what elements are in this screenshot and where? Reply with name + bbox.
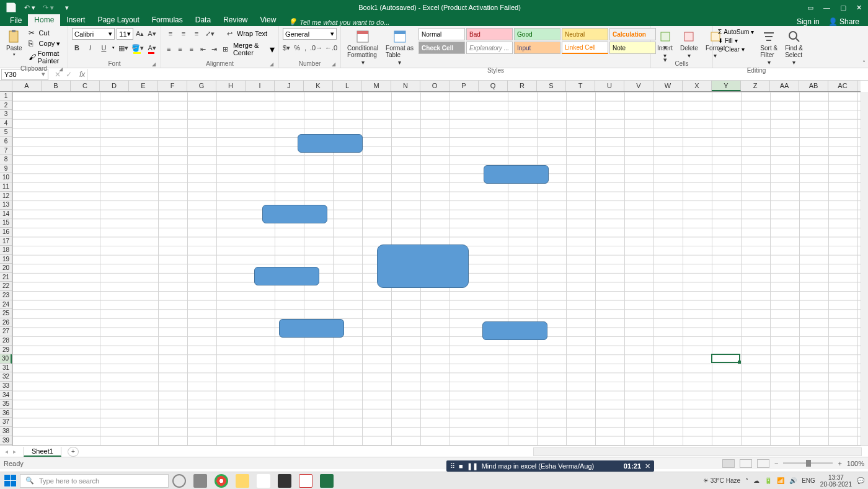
task-slack-icon[interactable]: [257, 474, 270, 488]
view-pagelayout-icon[interactable]: [740, 459, 752, 468]
col-header-AC[interactable]: AC: [828, 81, 857, 91]
tray-onedrive-icon[interactable]: ☁: [753, 477, 760, 484]
conditional-formatting-button[interactable]: Conditional Formatting▾: [345, 28, 381, 67]
rounded-rect-shape-2[interactable]: [484, 165, 549, 184]
col-header-F[interactable]: F: [158, 81, 187, 91]
style-neutral[interactable]: Neutral: [562, 28, 608, 40]
align-right-icon[interactable]: ≡: [188, 43, 195, 55]
tray-clock[interactable]: 13:3720-08-2021: [820, 474, 852, 488]
col-header-E[interactable]: E: [129, 81, 158, 91]
undo-icon[interactable]: ↶ ▾: [24, 1, 36, 14]
share-button[interactable]: 👤 Share: [828, 17, 859, 26]
screen-recorder-bar[interactable]: ⠿ ■ ❚❚ Mind map in excel (Esha Verma/Aug…: [446, 460, 654, 472]
insert-cells-button[interactable]: Insert▾: [655, 28, 675, 60]
col-header-L[interactable]: L: [333, 81, 362, 91]
task-excel-icon[interactable]: [320, 474, 334, 488]
align-middle-icon[interactable]: ≡: [178, 28, 189, 39]
tab-view[interactable]: View: [254, 14, 283, 26]
border-button[interactable]: ▦▾: [118, 42, 128, 53]
indent-dec-icon[interactable]: ⇤: [199, 43, 206, 55]
row-header-30[interactable]: 30: [0, 354, 12, 364]
zoom-out-icon[interactable]: −: [774, 460, 778, 467]
recorder-drag-icon[interactable]: ⠿: [450, 462, 455, 470]
style-bad[interactable]: Bad: [466, 28, 513, 40]
col-header-A[interactable]: A: [12, 81, 42, 91]
style-good[interactable]: Good: [514, 28, 560, 40]
align-top-icon[interactable]: ≡: [165, 28, 176, 39]
italic-button[interactable]: I: [86, 42, 95, 53]
col-header-H[interactable]: H: [216, 81, 246, 91]
windows-taskbar[interactable]: 🔍 Type here to search ☀ 33°C Haze ˄ ☁ 🔋 …: [0, 472, 868, 489]
fx-icon[interactable]: fx: [77, 70, 87, 79]
horizontal-scrollbar[interactable]: [533, 447, 862, 456]
row-header-24[interactable]: 24: [0, 300, 12, 310]
zoom-slider[interactable]: [783, 462, 833, 464]
row-header-17[interactable]: 17: [0, 237, 12, 246]
tab-pagelayout[interactable]: Page Layout: [91, 14, 145, 26]
tray-volume-icon[interactable]: 🔊: [789, 477, 797, 484]
redo-icon[interactable]: ↷ ▾: [42, 1, 55, 14]
enter-formula-icon[interactable]: ✓: [66, 70, 72, 79]
row-header-29[interactable]: 29: [0, 346, 12, 355]
percent-icon[interactable]: %: [294, 42, 300, 53]
col-header-AA[interactable]: AA: [770, 81, 799, 91]
sheet-tab-sheet1[interactable]: Sheet1: [24, 447, 61, 457]
align-bottom-icon[interactable]: ≡: [191, 28, 202, 39]
col-header-B[interactable]: B: [42, 81, 71, 91]
close-icon[interactable]: ✕: [856, 4, 862, 12]
collapse-ribbon-icon[interactable]: ˄: [862, 60, 866, 66]
fill-button[interactable]: ⬇ Fill ▾: [717, 37, 755, 45]
row-header-22[interactable]: 22: [0, 282, 12, 291]
delete-cells-button[interactable]: Delete▾: [678, 28, 701, 60]
align-left-icon[interactable]: ≡: [165, 43, 172, 55]
row-header-19[interactable]: 19: [0, 255, 12, 264]
rounded-rect-shape-3[interactable]: [262, 205, 327, 223]
tray-wifi-icon[interactable]: 📶: [777, 477, 784, 484]
dec-decimal-icon[interactable]: ←.0: [326, 42, 337, 53]
maximize-icon[interactable]: ▢: [840, 4, 846, 12]
row-header-10[interactable]: 10: [0, 173, 12, 182]
rounded-rect-shape-6[interactable]: [279, 319, 344, 338]
fill-color-button[interactable]: 🪣▾: [132, 42, 143, 53]
style-calculation[interactable]: Calculation: [609, 28, 656, 40]
recorder-close-icon[interactable]: ✕: [645, 462, 650, 470]
active-cell[interactable]: [711, 354, 740, 363]
row-header-33[interactable]: 33: [0, 382, 12, 391]
row-header-15[interactable]: 15: [0, 218, 12, 228]
task-explorer-icon[interactable]: [236, 474, 249, 488]
sheet-nav-next-icon[interactable]: ▸: [13, 448, 16, 455]
task-cortana-icon[interactable]: [172, 474, 186, 488]
rounded-rect-shape-1[interactable]: [298, 134, 363, 153]
sort-filter-button[interactable]: Sort & Filter▾: [758, 28, 780, 67]
row-header-38[interactable]: 38: [0, 427, 12, 436]
row-header-13[interactable]: 13: [0, 200, 12, 210]
start-button[interactable]: [4, 475, 16, 487]
comma-icon[interactable]: ,: [304, 42, 307, 53]
font-name-combo[interactable]: Calibri▾: [72, 28, 115, 40]
row-header-32[interactable]: 32: [0, 372, 12, 382]
view-pagebreak-icon[interactable]: [757, 459, 769, 468]
rounded-rect-shape-4[interactable]: [254, 267, 319, 285]
col-header-W[interactable]: W: [653, 81, 683, 91]
col-header-P[interactable]: P: [450, 81, 479, 91]
row-header-5[interactable]: 5: [0, 128, 12, 137]
row-header-18[interactable]: 18: [0, 246, 12, 255]
tab-review[interactable]: Review: [217, 14, 254, 26]
row-header-16[interactable]: 16: [0, 228, 12, 237]
row-header-8[interactable]: 8: [0, 155, 12, 164]
display-options-icon[interactable]: ▭: [807, 4, 813, 12]
col-header-V[interactable]: V: [624, 81, 653, 91]
row-header-6[interactable]: 6: [0, 137, 12, 146]
col-header-G[interactable]: G: [187, 81, 216, 91]
row-headers[interactable]: 1234567891011121314151617181920212223242…: [0, 92, 12, 446]
col-header-U[interactable]: U: [595, 81, 624, 91]
bold-button[interactable]: B: [72, 42, 82, 53]
shrink-font-icon[interactable]: A▾: [147, 29, 157, 40]
row-header-23[interactable]: 23: [0, 291, 12, 300]
row-header-1[interactable]: 1: [0, 92, 12, 101]
tab-formulas[interactable]: Formulas: [146, 14, 189, 26]
col-header-D[interactable]: D: [100, 81, 129, 91]
row-header-36[interactable]: 36: [0, 409, 12, 418]
col-header-J[interactable]: J: [275, 81, 304, 91]
row-header-7[interactable]: 7: [0, 146, 12, 156]
